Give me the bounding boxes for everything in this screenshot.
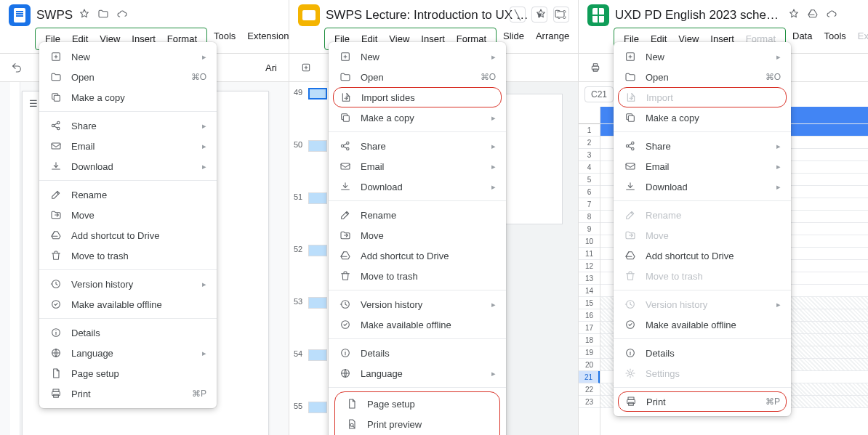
- menu-item-print-preview[interactable]: Print preview: [335, 414, 499, 434]
- star-icon[interactable]: [79, 8, 90, 23]
- row-header[interactable]: 3: [579, 149, 600, 161]
- menu-item-page-setup[interactable]: Page setup: [335, 394, 499, 414]
- menu-extensions[interactable]: Extensions: [242, 28, 289, 50]
- slide-thumbnail[interactable]: 52: [289, 242, 332, 294]
- row-header[interactable]: 18: [579, 334, 600, 346]
- menu-item-email[interactable]: Email▸: [329, 156, 506, 176]
- menu-item-move[interactable]: Move: [329, 225, 506, 245]
- row-header[interactable]: 1: [579, 124, 600, 137]
- row-header[interactable]: 19: [579, 346, 600, 359]
- menu-item-label: Rename: [646, 210, 781, 221]
- slide-thumbnail[interactable]: 50: [289, 137, 332, 190]
- menu-item-details[interactable]: Details: [329, 343, 506, 363]
- menu-item-email[interactable]: Email▸: [614, 156, 791, 176]
- menu-item-download[interactable]: Download▸: [39, 156, 217, 176]
- row-header[interactable]: 14: [579, 285, 600, 297]
- menu-item-add-shortcut-to-drive[interactable]: Add shortcut to Drive: [39, 225, 217, 245]
- row-header[interactable]: 5: [579, 174, 600, 186]
- menu-item-add-shortcut-to-drive[interactable]: Add shortcut to Drive: [329, 245, 506, 266]
- row-header[interactable]: 9: [579, 223, 600, 235]
- menu-item-rename[interactable]: Rename: [329, 205, 506, 225]
- row-header[interactable]: 4: [579, 161, 600, 174]
- row-header[interactable]: 13: [579, 272, 600, 285]
- menu-item-version-history[interactable]: Version history▸: [39, 274, 217, 294]
- drive-icon[interactable]: [807, 8, 819, 23]
- menu-extensions[interactable]: Extensions: [853, 28, 868, 50]
- menu-item-rename[interactable]: Rename: [39, 184, 217, 205]
- download-icon: [339, 180, 352, 193]
- menu-item-make-a-copy[interactable]: Make a copy: [614, 107, 791, 128]
- menu-item-move-to-trash[interactable]: Move to trash: [329, 266, 506, 286]
- menu-item-new[interactable]: New▸: [329, 46, 506, 67]
- name-box[interactable]: C21: [584, 86, 614, 102]
- row-header[interactable]: 20: [579, 359, 600, 371]
- menu-item-label: Version history: [71, 279, 193, 290]
- menu-item-make-available-offline[interactable]: Make available offline: [614, 314, 791, 335]
- slide-thumbnail[interactable]: 53: [289, 294, 332, 346]
- menu-item-make-a-copy[interactable]: Make a copy: [39, 87, 217, 107]
- slide-thumbnail[interactable]: 49: [289, 85, 332, 137]
- menu-item-print[interactable]: Print⌘P: [618, 391, 787, 412]
- print-button[interactable]: [586, 58, 605, 77]
- doc-title[interactable]: SWPS Lecture: Introduction to UX Writing: [326, 8, 529, 23]
- menu-item-open[interactable]: Open⌘O: [614, 67, 791, 87]
- slide-thumbnail[interactable]: 54: [289, 346, 332, 399]
- cloud-icon[interactable]: [826, 8, 837, 23]
- menu-item-open[interactable]: Open⌘O: [39, 67, 217, 87]
- slide-thumbnail[interactable]: 55: [289, 399, 332, 435]
- row-header[interactable]: 7: [579, 198, 600, 211]
- menu-item-label: Open: [361, 72, 472, 83]
- cloud-icon[interactable]: [116, 8, 128, 23]
- menu-tools[interactable]: Tools: [819, 28, 851, 50]
- row-header[interactable]: 11: [579, 248, 600, 260]
- doc-title[interactable]: SWPS: [36, 8, 73, 23]
- menu-item-language[interactable]: Language▸: [39, 343, 217, 363]
- row-header[interactable]: 16: [579, 309, 600, 322]
- menu-item-page-setup[interactable]: Page setup: [39, 363, 217, 383]
- gear-icon: [624, 367, 637, 380]
- menu-item-add-shortcut-to-drive[interactable]: Add shortcut to Drive: [614, 245, 791, 266]
- menu-item-move-to-trash[interactable]: Move to trash: [39, 245, 217, 266]
- row-header[interactable]: 12: [579, 260, 600, 272]
- row-header[interactable]: 6: [579, 186, 600, 198]
- row-header[interactable]: 17: [579, 322, 600, 334]
- row-header[interactable]: 2: [579, 137, 600, 149]
- row-header[interactable]: 15: [579, 297, 600, 309]
- menu-item-open[interactable]: Open⌘O: [329, 67, 506, 87]
- menu-item-details[interactable]: Details: [39, 322, 217, 343]
- new-slide-button[interactable]: [297, 58, 316, 77]
- expand-icon[interactable]: ⛶: [553, 7, 569, 23]
- move-icon[interactable]: [97, 8, 109, 23]
- menu-item-details[interactable]: Details: [614, 343, 791, 363]
- slide-thumbnail[interactable]: 51: [289, 190, 332, 242]
- menu-item-language[interactable]: Language▸: [329, 363, 506, 383]
- line-tool[interactable]: ╲: [510, 7, 526, 23]
- menu-item-make-available-offline[interactable]: Make available offline: [329, 314, 506, 335]
- menu-item-version-history[interactable]: Version history▸: [329, 294, 506, 314]
- menu-arrange[interactable]: Arrange: [531, 28, 574, 50]
- menu-item-email[interactable]: Email▸: [39, 136, 217, 156]
- star-icon[interactable]: [788, 8, 800, 23]
- menu-item-share[interactable]: Share▸: [329, 136, 506, 156]
- menu-item-import-slides[interactable]: Import slides: [333, 87, 502, 107]
- menu-item-download[interactable]: Download▸: [614, 176, 791, 197]
- row-header[interactable]: 21: [579, 371, 600, 383]
- menu-item-new[interactable]: New▸: [614, 46, 791, 67]
- menu-item-make-available-offline[interactable]: Make available offline: [39, 294, 217, 314]
- font-selector[interactable]: Ari: [265, 62, 277, 73]
- undo-button[interactable]: [7, 58, 26, 77]
- row-header[interactable]: 8: [579, 211, 600, 223]
- menu-data[interactable]: Data: [787, 28, 817, 50]
- menu-item-share[interactable]: Share▸: [39, 115, 217, 136]
- doc-title[interactable]: UXD PD English 2023 schedule: [615, 8, 782, 23]
- menu-item-new[interactable]: New▸: [39, 46, 217, 67]
- menu-item-download[interactable]: Download▸: [329, 176, 506, 197]
- menu-item-print[interactable]: Print⌘P: [39, 383, 217, 404]
- row-header[interactable]: 10: [579, 235, 600, 248]
- row-header[interactable]: 23: [579, 396, 600, 408]
- menu-item-share[interactable]: Share▸: [614, 136, 791, 156]
- chevron-down-icon[interactable]: ▾: [531, 7, 547, 23]
- row-header[interactable]: 22: [579, 383, 600, 396]
- menu-item-make-a-copy[interactable]: Make a copy▸: [329, 107, 506, 128]
- menu-item-move[interactable]: Move: [39, 205, 217, 225]
